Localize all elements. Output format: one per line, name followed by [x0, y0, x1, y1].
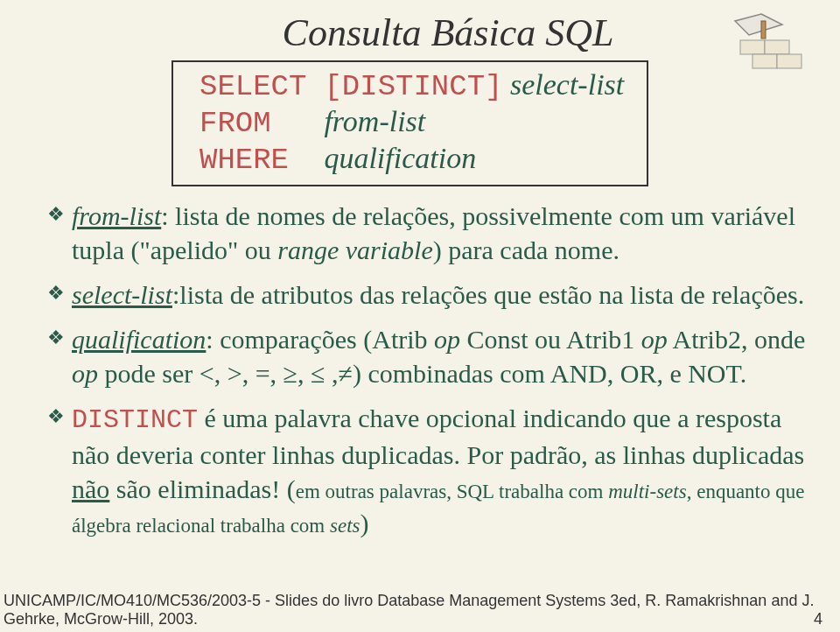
svg-marker-0: [735, 14, 782, 35]
svg-rect-1: [740, 40, 765, 54]
bullet-distinct: DISTINCT é uma palavra chave opcional in…: [47, 401, 812, 540]
trowel-brick-icon: [721, 12, 808, 82]
kw-where: WHERE: [189, 141, 313, 178]
it-from-list: from-list: [313, 104, 631, 141]
slide-title: Consulta Básica SQL: [168, 11, 728, 55]
sql-syntax-box: SELECT [DISTINCT] select-list FROM from-…: [172, 60, 648, 186]
kw-select: SELECT: [189, 67, 313, 104]
svg-rect-4: [777, 54, 802, 68]
kw-from: FROM: [189, 104, 313, 141]
page-number: 4: [814, 610, 822, 628]
kw-distinct: [DISTINCT]: [324, 70, 502, 103]
bullet-fromlist: from-list: lista de nomes de relações, p…: [47, 199, 812, 267]
bullet-qualification: qualification: comparações (Atrib op Con…: [47, 322, 812, 390]
svg-rect-5: [761, 21, 766, 39]
svg-rect-3: [752, 54, 777, 68]
it-select-list: select-list: [510, 68, 624, 101]
bullet-selectlist: select-list:lista de atributos das relaç…: [47, 277, 812, 312]
it-qualification: qualification: [313, 141, 631, 178]
footer-citation: UNICAMP/IC/MO410/MC536/2003-5 - Slides d…: [4, 592, 840, 628]
bullet-list: from-list: lista de nomes de relações, p…: [28, 199, 812, 540]
row1-col2: [DISTINCT] select-list: [313, 67, 631, 104]
svg-rect-2: [765, 40, 789, 54]
